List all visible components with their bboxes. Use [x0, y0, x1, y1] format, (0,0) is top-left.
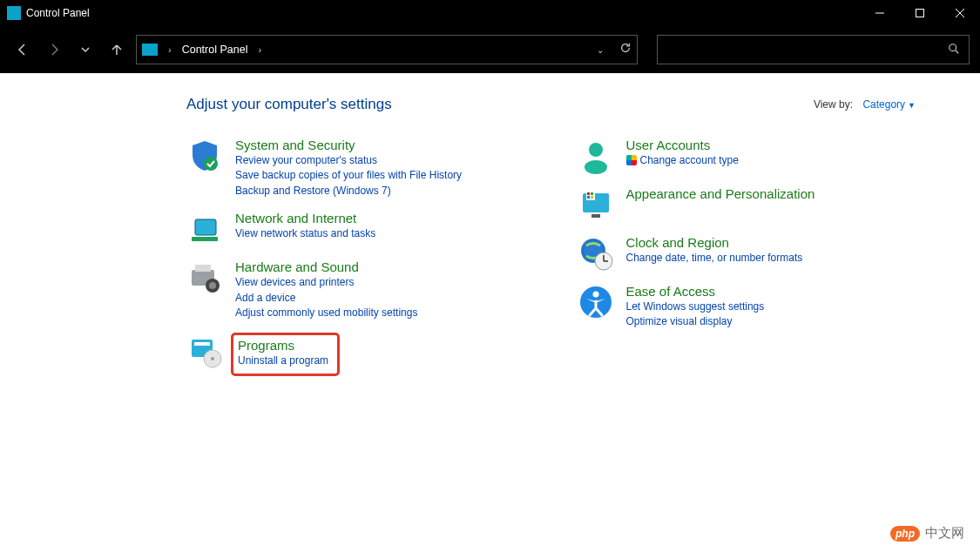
control-panel-icon	[7, 6, 21, 20]
accessibility-icon[interactable]	[578, 284, 614, 320]
search-input[interactable]	[666, 44, 948, 56]
content-area: Adjust your computer's settings View by:…	[0, 73, 980, 388]
svg-rect-15	[194, 342, 210, 346]
monitor-icon[interactable]	[578, 186, 614, 223]
svg-point-13	[209, 282, 216, 289]
window-title: Control Panel	[26, 7, 90, 19]
svg-rect-9	[192, 237, 218, 241]
navigation-row: › Control Panel › ⌄	[0, 26, 980, 73]
category-link[interactable]: Backup and Restore (Windows 7)	[235, 184, 462, 199]
category-link[interactable]: Change date, time, or number formats	[626, 251, 803, 266]
breadcrumb-item[interactable]: Control Panel	[182, 44, 248, 56]
category-system-security: System and Security Review your computer…	[186, 138, 525, 199]
category-hardware-sound: Hardware and Sound View devices and prin…	[186, 259, 525, 320]
shield-check-icon[interactable]	[186, 138, 223, 174]
window-controls	[860, 0, 980, 26]
view-by-control: View by: Category▼	[814, 98, 916, 111]
history-dropdown[interactable]	[73, 37, 98, 62]
view-by-dropdown[interactable]: Category▼	[862, 98, 916, 111]
programs-disc-icon[interactable]	[186, 333, 223, 369]
user-icon[interactable]	[578, 138, 614, 174]
back-button[interactable]	[10, 37, 35, 62]
left-column: System and Security Review your computer…	[186, 138, 525, 388]
printer-camera-icon[interactable]	[186, 259, 223, 296]
svg-point-32	[592, 292, 598, 298]
svg-rect-23	[591, 192, 593, 195]
category-columns: System and Security Review your computer…	[186, 138, 916, 388]
address-bar-icon	[142, 44, 158, 56]
category-link[interactable]: Uninstall a program	[238, 353, 328, 368]
category-title[interactable]: Programs	[238, 338, 328, 353]
category-link[interactable]: Let Windows suggest settings	[626, 300, 765, 314]
watermark-text: 中文网	[925, 525, 964, 542]
category-title[interactable]: Hardware and Sound	[235, 259, 417, 274]
search-box[interactable]	[657, 35, 970, 64]
svg-point-19	[585, 160, 607, 174]
category-title[interactable]: User Accounts	[626, 138, 739, 152]
refresh-button[interactable]	[619, 42, 632, 57]
highlight-programs: Programs Uninstall a program	[231, 333, 340, 375]
category-link[interactable]: Save backup copies of your files with Fi…	[235, 168, 462, 183]
svg-rect-26	[591, 214, 600, 218]
category-title[interactable]: System and Security	[235, 138, 462, 152]
category-title[interactable]: Appearance and Personalization	[626, 186, 815, 201]
category-user-accounts: User Accounts Change account type	[578, 138, 916, 174]
watermark-logo: php	[890, 526, 920, 542]
chevron-down-icon: ▼	[908, 101, 916, 110]
right-column: User Accounts Change account type Appear…	[578, 138, 916, 388]
address-bar[interactable]: › Control Panel › ⌄	[136, 35, 638, 64]
content-header: Adjust your computer's settings View by:…	[186, 96, 916, 113]
maximize-button[interactable]	[900, 0, 940, 26]
title-bar-left: Control Panel	[7, 6, 90, 20]
svg-line-5	[956, 50, 959, 53]
title-bar: Control Panel	[0, 0, 980, 26]
category-title[interactable]: Clock and Region	[626, 235, 803, 250]
category-title[interactable]: Ease of Access	[626, 284, 765, 299]
svg-rect-11	[195, 265, 211, 272]
breadcrumb-separator: ›	[168, 44, 172, 55]
page-heading: Adjust your computer's settings	[186, 96, 392, 113]
category-programs: Programs Uninstall a program	[186, 333, 525, 375]
svg-point-17	[211, 357, 214, 360]
category-link[interactable]: Change account type	[626, 153, 739, 168]
svg-point-4	[950, 44, 956, 50]
forward-button[interactable]	[42, 37, 66, 62]
category-link[interactable]: View devices and printers	[235, 275, 417, 290]
svg-rect-7	[195, 219, 216, 235]
category-link[interactable]: Adjust commonly used mobility settings	[235, 306, 417, 320]
minimize-button[interactable]	[860, 0, 900, 26]
category-ease-of-access: Ease of Access Let Windows suggest setti…	[578, 284, 916, 330]
svg-rect-1	[916, 10, 924, 17]
close-button[interactable]	[940, 0, 980, 26]
globe-network-icon[interactable]	[186, 211, 223, 247]
category-title[interactable]: Network and Internet	[235, 211, 375, 226]
svg-point-6	[204, 157, 218, 171]
clock-globe-icon[interactable]	[578, 235, 614, 272]
view-by-label: View by:	[814, 98, 853, 111]
svg-point-18	[589, 143, 603, 157]
category-link[interactable]: Add a device	[235, 291, 417, 306]
address-dropdown[interactable]: ⌄	[597, 45, 604, 55]
svg-rect-22	[587, 192, 590, 195]
up-button[interactable]	[105, 37, 129, 62]
svg-rect-25	[591, 196, 593, 199]
category-appearance: Appearance and Personalization	[578, 186, 916, 223]
category-link[interactable]: Optimize visual display	[626, 314, 765, 329]
breadcrumb-separator: ›	[258, 44, 261, 55]
svg-rect-24	[587, 196, 590, 199]
category-link[interactable]: View network status and tasks	[235, 226, 375, 241]
category-clock-region: Clock and Region Change date, time, or n…	[578, 235, 916, 272]
category-link[interactable]: Review your computer's status	[235, 153, 462, 168]
watermark: php 中文网	[890, 525, 964, 542]
category-network-internet: Network and Internet View network status…	[186, 211, 525, 247]
search-icon[interactable]	[948, 43, 960, 57]
